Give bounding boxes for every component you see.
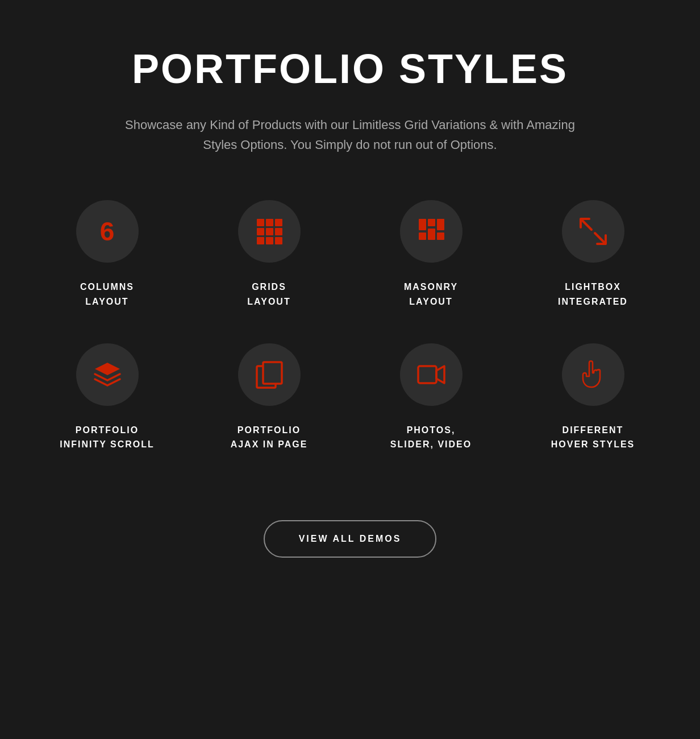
ajax-icon-circle [238, 343, 301, 406]
lightbox-icon-circle [562, 200, 624, 263]
svg-rect-9 [419, 219, 426, 230]
masonry-label: MASONRYLAYOUT [404, 280, 458, 309]
view-all-demos-button[interactable]: VIEW ALL DEMOS [264, 520, 437, 558]
svg-rect-8 [275, 237, 282, 244]
hover-icon-circle [562, 343, 624, 406]
hand-pointer-icon [579, 360, 607, 389]
svg-rect-14 [437, 233, 444, 240]
feature-item-media: PHOTOS,SLIDER, VIDEO [361, 343, 501, 452]
svg-rect-3 [257, 228, 264, 235]
svg-rect-20 [418, 366, 436, 383]
feature-item-infinity: PORTFOLIOINFINITY SCROLL [38, 343, 177, 452]
grid-icon [255, 217, 284, 246]
feature-item-columns: 6 COLUMNSLAYOUT [38, 200, 177, 309]
svg-rect-12 [419, 233, 426, 240]
columns-icon-circle: 6 [76, 200, 139, 263]
hover-label: DIFFERENTHOVER STYLES [551, 423, 635, 452]
feature-item-grids: GRIDSLAYOUT [199, 200, 339, 309]
media-label: PHOTOS,SLIDER, VIDEO [390, 423, 472, 452]
svg-marker-17 [95, 363, 120, 375]
svg-rect-1 [266, 219, 273, 226]
grids-icon-circle [238, 200, 301, 263]
feature-item-lightbox: LIGHTBOXINTEGRATED [523, 200, 663, 309]
page-subtitle: Showcase any Kind of Products with our L… [123, 115, 577, 155]
svg-rect-7 [266, 237, 273, 244]
masonry-icon [417, 217, 445, 246]
columns-number-icon: 6 [100, 218, 115, 244]
columns-label: COLUMNSLAYOUT [80, 280, 134, 309]
svg-rect-2 [275, 219, 282, 226]
svg-line-16 [595, 233, 605, 243]
svg-rect-5 [275, 228, 282, 235]
video-icon [417, 360, 445, 389]
grids-label: GRIDSLAYOUT [247, 280, 290, 309]
svg-rect-13 [428, 229, 435, 240]
svg-marker-21 [436, 366, 444, 383]
ajax-label: PORTFOLIOAJAX IN PAGE [231, 423, 308, 452]
copy-icon [255, 360, 284, 389]
svg-rect-4 [266, 228, 273, 235]
svg-rect-10 [428, 219, 435, 226]
svg-rect-19 [263, 362, 282, 384]
features-grid: 6 COLUMNSLAYOUT GRIDSLAYOUT [38, 200, 663, 451]
svg-line-15 [581, 219, 591, 230]
page-title: PORTFOLIO STYLES [132, 45, 568, 92]
infinity-icon-circle [76, 343, 139, 406]
svg-rect-11 [437, 219, 444, 230]
lightbox-icon [579, 217, 607, 246]
media-icon-circle [400, 343, 463, 406]
masonry-icon-circle [400, 200, 463, 263]
lightbox-label: LIGHTBOXINTEGRATED [558, 280, 628, 309]
feature-item-hover: DIFFERENTHOVER STYLES [523, 343, 663, 452]
svg-rect-0 [257, 219, 264, 226]
infinity-label: PORTFOLIOINFINITY SCROLL [60, 423, 155, 452]
layers-icon [93, 360, 122, 389]
feature-item-masonry: MASONRYLAYOUT [361, 200, 501, 309]
feature-item-ajax: PORTFOLIOAJAX IN PAGE [199, 343, 339, 452]
svg-rect-6 [257, 237, 264, 244]
